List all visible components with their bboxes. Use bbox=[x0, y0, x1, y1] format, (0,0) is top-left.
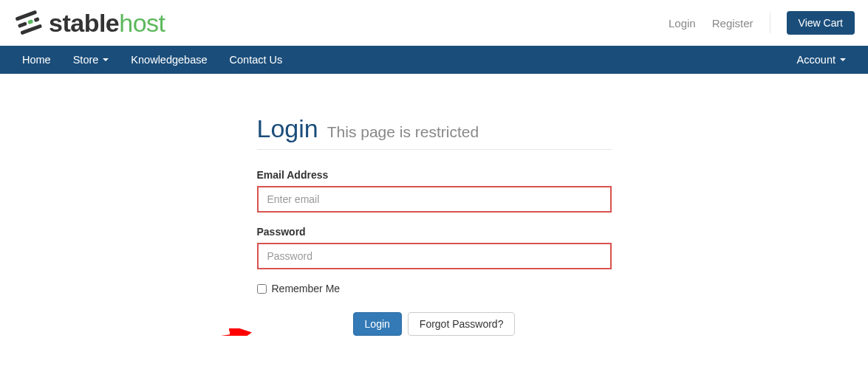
nav-contact[interactable]: Contact Us bbox=[230, 54, 283, 66]
top-register-link[interactable]: Register bbox=[712, 17, 753, 30]
password-field[interactable] bbox=[257, 243, 612, 269]
remember-me-checkbox[interactable] bbox=[257, 284, 267, 294]
nav-knowledgebase-label: Knowledgebase bbox=[131, 54, 207, 66]
logo-icon bbox=[13, 7, 44, 38]
nav-home-label: Home bbox=[22, 54, 51, 66]
chevron-down-icon bbox=[103, 58, 109, 61]
nav-knowledgebase[interactable]: Knowledgebase bbox=[131, 54, 207, 66]
svg-rect-2 bbox=[27, 19, 33, 24]
nav-home[interactable]: Home bbox=[22, 54, 51, 66]
password-label: Password bbox=[257, 226, 612, 238]
page-subtitle: This page is restricted bbox=[327, 123, 479, 141]
login-button[interactable]: Login bbox=[353, 312, 402, 336]
top-bar: stablehost Login Register View Cart bbox=[0, 0, 868, 46]
email-label: Email Address bbox=[257, 169, 612, 181]
top-right-links: Login Register View Cart bbox=[669, 11, 855, 35]
svg-line-5 bbox=[113, 333, 250, 336]
view-cart-button[interactable]: View Cart bbox=[787, 11, 855, 35]
nav-contact-label: Contact Us bbox=[230, 54, 283, 66]
nav-account[interactable]: Account bbox=[797, 54, 846, 66]
chevron-down-icon bbox=[840, 58, 846, 61]
nav-bar: Home Store Knowledgebase Contact Us Acco… bbox=[0, 46, 868, 74]
brand-text: stablehost bbox=[49, 9, 165, 38]
nav-store-label: Store bbox=[73, 54, 99, 66]
svg-rect-1 bbox=[18, 21, 27, 28]
email-field[interactable] bbox=[257, 186, 612, 213]
svg-rect-0 bbox=[15, 10, 37, 21]
login-panel: Login This page is restricted Email Addr… bbox=[257, 114, 612, 336]
page-title: Login bbox=[257, 114, 318, 143]
forgot-password-button[interactable]: Forgot Password? bbox=[408, 312, 516, 336]
remember-me-label: Remember Me bbox=[272, 283, 341, 294]
nav-store[interactable]: Store bbox=[73, 54, 109, 66]
top-login-link[interactable]: Login bbox=[669, 17, 696, 30]
arrow-annotation-icon bbox=[109, 328, 264, 336]
svg-rect-3 bbox=[33, 17, 39, 22]
nav-account-label: Account bbox=[797, 54, 835, 66]
form-button-row: Login Forgot Password? bbox=[257, 312, 612, 336]
brand-logo[interactable]: stablehost bbox=[13, 7, 165, 38]
page-header: Login This page is restricted bbox=[257, 114, 612, 150]
top-divider bbox=[770, 13, 770, 33]
